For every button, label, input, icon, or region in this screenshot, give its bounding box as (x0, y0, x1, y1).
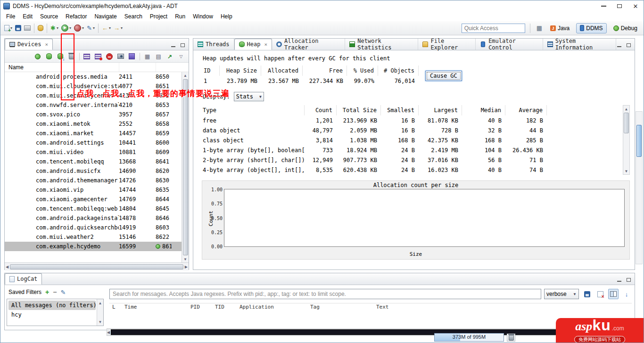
process-row[interactable]: com.miui.weather2151468622 (5, 232, 189, 242)
detail-view-scrollbar[interactable] (636, 111, 643, 264)
database-button[interactable] (36, 23, 45, 34)
devices-vertical-scrollbar[interactable]: ▲ ▼ (182, 72, 189, 262)
view-hierarchy-button[interactable] (128, 52, 136, 61)
menu-window[interactable]: Window (189, 12, 217, 21)
update-heap-button[interactable] (45, 52, 53, 61)
pid-column-header[interactable] (119, 63, 156, 72)
process-row[interactable]: com.android.packageinstaller148788646 (5, 213, 189, 223)
process-row[interactable]: com.tencent.mobileqq136688641 (5, 157, 189, 166)
scroll-left-icon[interactable]: ◀ (6, 263, 8, 270)
process-row[interactable]: com.xiaomi.metok25528658 (5, 119, 189, 129)
update-threads-button[interactable] (83, 52, 91, 61)
devices-view-menu-button[interactable]: ▽ (177, 52, 185, 61)
debug-perspective-button[interactable]: Debug (610, 23, 641, 33)
maximize-button[interactable] (611, 1, 627, 11)
filters-scrollbar[interactable]: ▲ ▼ (97, 299, 103, 326)
logcat-hscroll-thumb[interactable] (111, 329, 617, 335)
stats-row[interactable]: class object3,8141.038 MB168 B42.375 KB1… (202, 135, 630, 145)
method-profiling-button[interactable] (94, 52, 102, 61)
log-col-pid[interactable]: PID (188, 303, 212, 310)
devices-vscroll-thumb[interactable] (183, 79, 188, 255)
clear-log-button[interactable] (595, 289, 605, 299)
scroll-up-icon[interactable]: ▲ (183, 72, 187, 79)
detail-view-scroll-thumb[interactable] (636, 125, 642, 157)
forward-button[interactable]: →▾ (112, 23, 124, 34)
logcat-search-input[interactable] (109, 289, 541, 299)
process-row[interactable]: android.process.media24118650 (5, 72, 189, 82)
quick-access-input[interactable] (462, 24, 525, 33)
scroll-right-icon[interactable]: ▶ (185, 263, 188, 270)
stats-row[interactable]: 4-byte array (object[], int[], float[])8… (202, 165, 630, 175)
menu-search[interactable]: Search (121, 12, 146, 21)
tab-logcat[interactable]: LogCat (5, 273, 42, 285)
scroll-up-icon[interactable]: ▲ (99, 300, 102, 306)
remove-filter-button[interactable]: − (53, 288, 57, 296)
stop-process-button[interactable] (106, 52, 113, 61)
process-row[interactable]: com.svox.pico39578657 (5, 110, 189, 119)
scroll-down-icon[interactable]: ▼ (625, 168, 627, 174)
devices-horizontal-scrollbar[interactable]: ◀ ▶ (5, 262, 189, 270)
log-col-tag[interactable]: Tag (307, 303, 373, 310)
add-filter-button[interactable]: + (45, 288, 49, 296)
filter-item-hcy[interactable]: hcy (8, 310, 96, 319)
process-row[interactable]: com.xiaomi.gamecenter147698644 (5, 195, 189, 204)
devices-minimize-icon[interactable] (170, 42, 176, 47)
devices-maximize-icon[interactable] (180, 42, 186, 47)
new-wizard-button[interactable]: +▾ (3, 23, 14, 34)
stats-header-median[interactable]: Median (462, 105, 505, 115)
scroll-up-icon[interactable]: ▲ (625, 106, 627, 112)
tab-allocation-tracker[interactable]: Allocation Tracker (272, 39, 345, 50)
menu-project[interactable]: Project (146, 12, 171, 21)
process-row-selected[interactable]: com.example.hcydemo165998610 (5, 242, 189, 251)
detail-maximize-icon[interactable] (626, 42, 632, 47)
process-row[interactable]: com.tencent.mobileqq:web148048645 (5, 204, 189, 213)
heap-tab-close-icon[interactable]: × (264, 41, 267, 48)
stats-header-type[interactable]: Type (202, 105, 305, 115)
process-row[interactable]: com.miui.video108818609 (5, 147, 189, 157)
stats-header-total-size[interactable]: Total Size (337, 105, 381, 115)
filter-item-all-messages[interactable]: All messages (no filters) (8, 301, 96, 310)
edit-filter-button[interactable]: ✎ (60, 289, 66, 295)
pixel-perfect-button[interactable]: ▤ (155, 52, 162, 61)
stats-header-smallest[interactable]: Smallest (381, 105, 419, 115)
menu-source[interactable]: Source (36, 12, 62, 21)
stats-row[interactable]: data object48,7972.059 MB16 B728 B32 B44… (202, 125, 630, 135)
menu-help[interactable]: Help (217, 12, 236, 21)
stats-row[interactable]: free1,201213.969 KB16 B81.078 KB40 B182 … (202, 115, 630, 125)
log-col-tid[interactable]: TID (212, 303, 237, 310)
detail-minimize-icon[interactable] (616, 42, 622, 47)
menu-file[interactable]: File (2, 12, 19, 21)
devices-hscroll-thumb[interactable] (10, 264, 183, 270)
run-garbage-collector-button[interactable] (507, 334, 515, 342)
display-mode-dropdown[interactable]: Stats▼ (234, 92, 264, 101)
debug-config-button[interactable]: ✱▾ (49, 23, 60, 34)
hierarchy-view-button[interactable]: ▦ (143, 52, 151, 61)
process-row[interactable]: com.android.musicfx146908620 (5, 166, 189, 176)
tab-threads[interactable]: Threads (193, 39, 234, 50)
stats-header-average[interactable]: Average (505, 105, 547, 115)
process-row[interactable]: com.xiaomi.market144578659 (5, 129, 189, 138)
menu-navigate[interactable]: Navigate (91, 12, 120, 21)
process-row[interactable]: com.android.quicksearchbox149198603 (5, 223, 189, 232)
ddms-perspective-button[interactable]: DDMS (576, 23, 606, 33)
save-button[interactable] (14, 23, 23, 34)
logcat-minimize-icon[interactable] (616, 277, 622, 282)
scroll-to-bottom-button[interactable]: ↓ (621, 289, 632, 299)
stats-vertical-scrollbar[interactable]: ▲ ▼ (623, 105, 630, 175)
run-button[interactable]: ▾ (60, 23, 73, 34)
process-row[interactable]: com.nvwfd.server.internal.prot42108653 (5, 100, 189, 110)
devices-column-header[interactable]: Name (5, 63, 189, 72)
toggle-filters-pane-button[interactable] (608, 289, 619, 299)
refresh-button[interactable]: ↗ (166, 52, 173, 61)
scroll-left-icon[interactable]: ◀ (107, 329, 110, 335)
stats-header-count[interactable]: Count (305, 105, 337, 115)
heap-status-gauge[interactable]: 373M of 995M (434, 333, 504, 342)
stats-vscroll-thumb[interactable] (624, 113, 629, 133)
tab-emulator-control[interactable]: Emulator Control (476, 39, 543, 50)
menu-edit[interactable]: Edit (19, 12, 36, 21)
tab-devices[interactable]: Devices × (5, 39, 53, 50)
stats-header-largest[interactable]: Largest (419, 105, 462, 115)
menu-refactor[interactable]: Refactor (62, 12, 91, 21)
cause-gc-button[interactable]: Cause GC (425, 71, 462, 81)
menu-run[interactable]: Run (171, 12, 189, 21)
